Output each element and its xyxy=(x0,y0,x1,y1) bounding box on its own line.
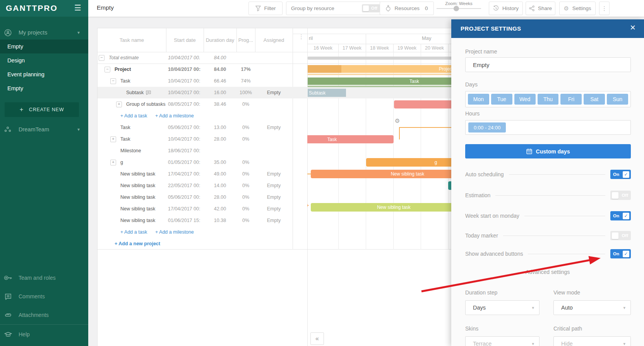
task-bar[interactable]: Task xyxy=(307,135,394,143)
add-task-link[interactable]: + Add a task xyxy=(120,229,147,235)
group-by-resource-button[interactable]: Group by resource Off xyxy=(286,2,385,15)
column-header-start-date[interactable]: Start date xyxy=(166,28,204,52)
progress-cell[interactable]: 0% xyxy=(236,195,255,200)
progress-cell[interactable]: 74% xyxy=(236,78,255,84)
task-name-cell[interactable]: New sibling task xyxy=(120,206,155,212)
duration-cell[interactable]: 49.00 xyxy=(204,171,236,177)
duration-cell[interactable]: 28.00 xyxy=(204,136,236,142)
duration-cell[interactable]: 13.00 xyxy=(204,125,236,130)
expander-minus-icon[interactable]: − xyxy=(110,78,116,84)
start-date-cell[interactable]: 17/04/2017 00: xyxy=(168,206,203,212)
start-date-cell[interactable]: 10/04/2017 00: xyxy=(168,90,203,95)
sidebar-item-attachments[interactable]: Attachments xyxy=(0,307,88,323)
day-chip-thu[interactable]: Thu xyxy=(538,94,559,105)
task-name-cell[interactable]: g xyxy=(120,160,123,165)
hours-field[interactable]: 0:00 - 24:00 xyxy=(465,120,631,135)
duration-cell[interactable]: 16.00 xyxy=(204,90,236,95)
create-new-button[interactable]: + CREATE NEW xyxy=(5,102,79,117)
day-chip-wed[interactable]: Wed xyxy=(514,94,536,105)
column-header-progress[interactable]: Prog... xyxy=(236,28,255,52)
task-name-cell[interactable]: Project xyxy=(115,67,131,72)
task-name-cell[interactable]: New sibling task xyxy=(120,195,155,200)
task-name-cell[interactable]: New sibling task xyxy=(120,183,155,188)
start-date-cell[interactable]: 05/06/2017 00: xyxy=(168,195,203,200)
duration-cell[interactable]: 42.00 xyxy=(204,206,236,212)
more-options-button[interactable]: ⋮ xyxy=(599,2,610,15)
hours-chip[interactable]: 0:00 - 24:00 xyxy=(468,122,506,133)
expander-minus-icon[interactable]: − xyxy=(104,67,110,72)
assigned-cell[interactable]: Empty xyxy=(255,206,293,212)
toggle-estimation[interactable]: Off xyxy=(610,191,631,200)
assigned-cell[interactable]: Empty xyxy=(255,195,293,200)
toggle-today-marker[interactable]: Off xyxy=(610,231,631,240)
day-chip-sat[interactable]: Sat xyxy=(584,94,605,105)
duration-cell[interactable]: 35.00 xyxy=(204,160,236,165)
expander-plus-icon[interactable]: + xyxy=(110,136,116,142)
sidebar-item-comments[interactable]: Comments xyxy=(0,289,88,304)
add-new-project-link[interactable]: + Add a new project xyxy=(115,241,160,246)
start-date-cell[interactable]: 10/04/2017 00: xyxy=(168,78,203,84)
sidebar-item-team-and-roles[interactable]: Team and roles xyxy=(0,270,88,286)
row-settings-gear-icon[interactable]: ⚙ xyxy=(395,117,400,124)
start-date-cell[interactable]: 22/05/2017 00: xyxy=(168,183,203,188)
assigned-cell[interactable]: Empty xyxy=(255,218,293,223)
duration-cell[interactable]: 10.38 xyxy=(204,218,236,223)
sidebar-item-my-projects[interactable]: My projects ▾ xyxy=(0,26,88,40)
progress-cell[interactable]: 0% xyxy=(236,171,255,177)
day-chip-mon[interactable]: Mon xyxy=(468,94,489,105)
sidebar-project-event-planning[interactable]: Event planning xyxy=(0,67,88,81)
task-name-cell[interactable]: Task xyxy=(120,136,130,142)
assigned-cell[interactable]: Empty xyxy=(255,125,293,130)
day-chip-sun[interactable]: Sun xyxy=(607,94,628,105)
progress-cell[interactable]: 0% xyxy=(236,160,255,165)
progress-cell[interactable]: 0% xyxy=(236,125,255,130)
task-name-cell[interactable]: Total estimate xyxy=(109,55,139,60)
select-duration-step[interactable]: Days▾ xyxy=(465,300,540,315)
toggle-week-start-on-monday[interactable]: On✓ xyxy=(610,211,631,220)
progress-cell[interactable]: 0% xyxy=(236,136,255,142)
resources-button[interactable]: Resources 0 xyxy=(380,2,434,15)
progress-cell[interactable]: 0% xyxy=(236,218,255,223)
start-date-cell[interactable]: 08/05/2017 00: xyxy=(168,102,203,107)
progress-cell[interactable]: 0% xyxy=(236,102,255,107)
column-header-assigned[interactable]: Assigned xyxy=(255,28,293,52)
progress-cell[interactable]: 17% xyxy=(236,67,255,72)
day-chip-tue[interactable]: Tue xyxy=(491,94,512,105)
task-name-cell[interactable]: Group of subtasks xyxy=(126,102,165,107)
expander-plus-icon[interactable]: + xyxy=(116,102,122,107)
duration-cell[interactable]: 28.00 xyxy=(204,195,236,200)
task-name-cell[interactable]: Task xyxy=(120,125,130,130)
zoom-slider-knob[interactable] xyxy=(454,6,459,11)
sidebar-project-empty[interactable]: Empty xyxy=(0,40,88,53)
settings-button[interactable]: ⚙ Settings xyxy=(559,2,596,15)
column-options-kebab-icon[interactable]: ⋮ xyxy=(298,33,304,40)
group-by-resource-toggle[interactable]: Off xyxy=(362,4,380,12)
sidebar-project-empty[interactable]: Empty xyxy=(0,81,88,95)
hamburger-menu-icon[interactable]: ☰ xyxy=(74,3,81,12)
start-date-cell[interactable]: 01/05/2017 00: xyxy=(168,160,203,165)
select-skins[interactable]: Terrace▾ xyxy=(465,336,540,346)
column-header-task-name[interactable]: Task name xyxy=(98,28,166,52)
toggle-auto-scheduling[interactable]: On✓ xyxy=(610,170,631,179)
progress-cell[interactable]: 100% xyxy=(236,90,255,95)
sidebar-item-dreamteam[interactable]: DreamTeam ▾ xyxy=(0,122,88,136)
start-date-cell[interactable]: 18/06/2017 00: xyxy=(168,148,203,153)
start-date-cell[interactable]: 10/04/2017 00: xyxy=(168,67,203,72)
task-name-cell[interactable]: Task xyxy=(120,78,130,84)
task-comment-icon[interactable] xyxy=(146,90,151,96)
select-critical-path[interactable]: Hide▾ xyxy=(553,336,631,346)
add-milestone-link[interactable]: + Add a milestone xyxy=(155,113,194,119)
share-button[interactable]: Share xyxy=(526,2,555,15)
add-task-link[interactable]: + Add a task xyxy=(120,113,147,119)
history-button[interactable]: History xyxy=(489,2,523,15)
assigned-cell[interactable]: Empty xyxy=(255,90,293,95)
subtask-bar[interactable]: Subtask xyxy=(308,89,346,97)
start-date-cell[interactable]: 10/04/2017 00. xyxy=(168,55,203,60)
expander-minus-icon[interactable]: − xyxy=(99,55,104,61)
close-icon[interactable]: × xyxy=(630,22,635,33)
start-date-cell[interactable]: 01/06/2017 15: xyxy=(168,218,203,223)
duration-cell[interactable]: 84.00 xyxy=(204,67,236,72)
collapse-table-button[interactable]: « xyxy=(310,332,324,345)
toggle-show-advanced-buttons[interactable]: On✓ xyxy=(610,249,631,258)
task-name-cell[interactable]: Subtask xyxy=(126,90,151,96)
